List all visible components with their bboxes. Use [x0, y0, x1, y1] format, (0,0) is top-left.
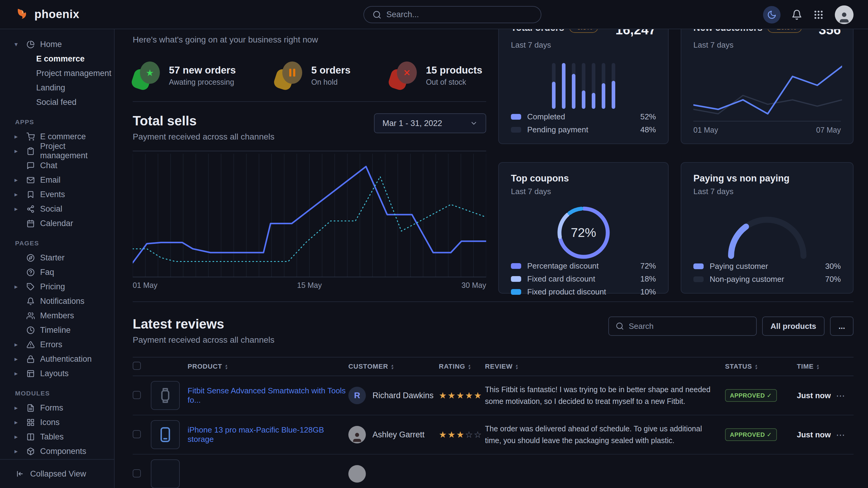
sidebar-item-events[interactable]: Events [0, 187, 114, 202]
review-time: Just now [797, 430, 831, 439]
reviews-menu-button[interactable]: ... [830, 317, 854, 336]
sidebar-item-label: Project management [40, 142, 114, 160]
status-badge: APPROVED [725, 428, 777, 441]
sidebar-item-home-social-feed[interactable]: Social feed [0, 95, 114, 109]
app-root: phoenix Home E commerce Project ma [0, 0, 868, 488]
sidebar-item-timeline[interactable]: Timeline [0, 323, 114, 337]
product-thumbnail[interactable] [151, 420, 180, 449]
phoenix-flame-icon [16, 7, 30, 22]
orders-bar-chart [511, 63, 656, 109]
sidebar-item-project-management-app[interactable]: Project management [0, 144, 114, 158]
column-header-review[interactable]: REVIEW▴▾ [485, 357, 725, 376]
global-search[interactable] [364, 6, 541, 23]
clipboard-icon [27, 147, 35, 155]
sidebar-section-modules: MODULES [0, 381, 114, 400]
sidebar-item-forms[interactable]: Forms [0, 400, 114, 415]
lock-icon [27, 355, 35, 363]
brand-logo[interactable]: phoenix [0, 7, 79, 22]
sidebar-item-label: Chat [40, 161, 57, 170]
sidebar-item-notifications[interactable]: Notifications [0, 294, 114, 308]
help-circle-icon [27, 268, 35, 276]
card-period: Last 7 days [693, 40, 841, 50]
chevron-down-icon [470, 119, 478, 127]
row-menu-icon[interactable] [836, 391, 845, 400]
sidebar-item-components[interactable]: Components [0, 444, 114, 458]
smartwatch-image [157, 387, 174, 403]
column-header-product[interactable]: PRODUCT▴▾ [151, 357, 348, 376]
caret-right-icon [14, 433, 21, 441]
collapsed-view-label: Collapsed View [30, 469, 86, 479]
legend-label: Pending payment [527, 125, 588, 134]
sidebar-item-home-project-management[interactable]: Project management [0, 66, 114, 80]
card-period: Last 7 days [693, 187, 841, 196]
pie-chart-icon [27, 40, 35, 48]
sidebar-item-tables[interactable]: Tables [0, 429, 114, 444]
legend-value: 70% [825, 274, 841, 284]
collapsed-view-toggle[interactable]: Collapsed View [0, 459, 114, 488]
cart-icon [27, 133, 35, 141]
table-row: iPhone 13 pro max-Pacific Blue-128GB sto… [133, 415, 854, 454]
legend-row: Fixed product discount 10% [511, 287, 656, 297]
sidebar-item-email[interactable]: Email [0, 173, 114, 187]
sidebar-item-label: Social [40, 204, 62, 214]
sidebar-item-icons[interactable]: Icons [0, 415, 114, 429]
reviews-search[interactable] [608, 317, 757, 336]
sidebar-item-home-ecommerce[interactable]: E commerce [0, 52, 114, 66]
product-thumbnail[interactable] [151, 459, 180, 488]
legend-value: 72% [640, 261, 656, 271]
grid-icon [27, 418, 35, 426]
calendar-icon [27, 220, 35, 228]
review-text: The order was delivered ahead of schedul… [485, 419, 725, 451]
sidebar-item-calendar[interactable]: Calendar [0, 216, 114, 231]
column-header-rating[interactable]: RATING▴▾ [439, 357, 485, 376]
legend-row: Non-paying customer 70% [693, 274, 841, 284]
legend-label: Paying customer [710, 262, 768, 271]
all-products-filter-button[interactable]: All products [762, 317, 825, 336]
sidebar-item-faq[interactable]: Faq [0, 265, 114, 280]
caret-down-icon [14, 41, 21, 48]
sidebar-item-errors[interactable]: Errors [0, 337, 114, 352]
chat-icon [27, 162, 35, 170]
kpi-cards: Total orders -6.8% 16,247 Last 7 days Co… [498, 11, 854, 294]
apps-grid-icon[interactable] [813, 9, 824, 20]
sidebar-item-home-landing[interactable]: Landing [0, 80, 114, 95]
sidebar-item-label: Faq [40, 268, 54, 277]
divider [133, 101, 486, 102]
sidebar-item-layouts[interactable]: Layouts [0, 366, 114, 381]
row-checkbox[interactable] [133, 469, 141, 478]
global-search-input[interactable] [386, 10, 525, 19]
search-icon [372, 10, 381, 19]
theme-toggle-button[interactable] [763, 6, 780, 24]
sidebar-item-label: Timeline [40, 326, 70, 335]
sidebar-item-authentication[interactable]: Authentication [0, 352, 114, 366]
sidebar-item-starter[interactable]: Starter [0, 251, 114, 265]
sidebar-item-members[interactable]: Members [0, 308, 114, 323]
row-checkbox[interactable] [133, 391, 141, 399]
sidebar-item-chat[interactable]: Chat [0, 158, 114, 173]
row-checkbox[interactable] [133, 430, 141, 438]
select-all-checkbox[interactable] [133, 362, 141, 370]
date-range-picker[interactable]: Mar 1 - 31, 2022 [374, 113, 486, 133]
column-header-time[interactable]: TIME▴▾ [797, 357, 836, 376]
stat-new-orders: ★ 57 new orders Awating processing [133, 62, 236, 89]
reviews-search-input[interactable] [629, 322, 743, 331]
legend-row: Pending payment 48% [511, 125, 656, 134]
row-menu-icon[interactable] [836, 430, 845, 440]
top-navbar: phoenix [0, 0, 868, 29]
card-total-orders: Total orders -6.8% 16,247 Last 7 days Co… [498, 11, 669, 144]
customer-name: Ashley Garrett [372, 430, 425, 440]
sidebar-item-pricing[interactable]: Pricing [0, 280, 114, 294]
sidebar-item-social[interactable]: Social [0, 202, 114, 216]
caret-right-icon [14, 370, 21, 377]
stats-row: ★ 57 new orders Awating processing [133, 62, 486, 89]
legend-label: Fixed product discount [527, 287, 606, 297]
sidebar-item-home[interactable]: Home [0, 37, 114, 52]
notifications-bell-icon[interactable] [792, 9, 802, 20]
product-thumbnail[interactable] [151, 381, 180, 410]
file-text-icon [27, 404, 35, 412]
column-header-status[interactable]: STATUS▴▾ [725, 357, 797, 376]
column-header-customer[interactable]: CUSTOMER▴▾ [348, 357, 439, 376]
product-link[interactable]: Fitbit Sense Advanced Smartwatch with To… [188, 386, 348, 405]
user-avatar[interactable] [835, 5, 854, 24]
product-link[interactable]: iPhone 13 pro max-Pacific Blue-128GB sto… [188, 425, 348, 444]
